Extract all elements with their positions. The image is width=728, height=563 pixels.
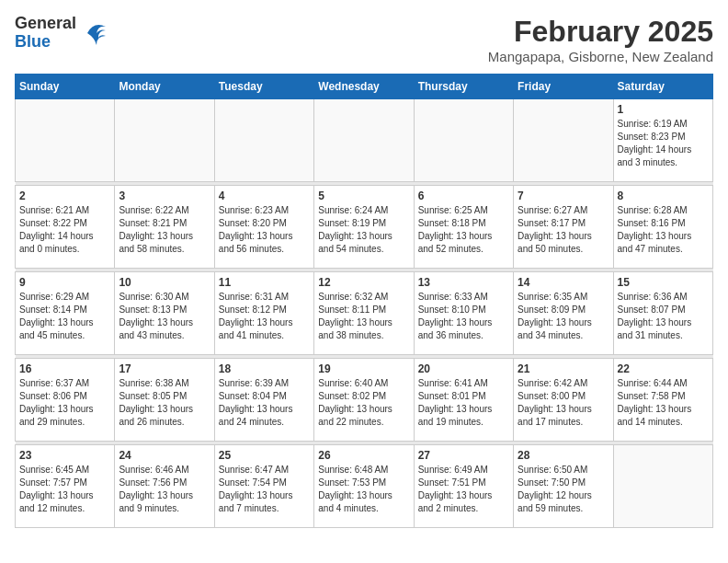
- weekday-header-wednesday: Wednesday: [314, 75, 414, 99]
- day-info: Sunrise: 6:22 AM Sunset: 8:21 PM Dayligh…: [119, 204, 210, 256]
- calendar-cell: 23Sunrise: 6:45 AM Sunset: 7:57 PM Dayli…: [16, 445, 115, 528]
- day-info: Sunrise: 6:27 AM Sunset: 8:17 PM Dayligh…: [518, 204, 609, 256]
- calendar-cell: [514, 99, 613, 182]
- calendar-cell: 13Sunrise: 6:33 AM Sunset: 8:10 PM Dayli…: [414, 272, 513, 355]
- day-info: Sunrise: 6:45 AM Sunset: 7:57 PM Dayligh…: [19, 464, 110, 515]
- day-number: 23: [19, 449, 110, 462]
- logo-text: General Blue: [15, 15, 76, 52]
- weekday-header-sunday: Sunday: [16, 75, 115, 99]
- day-info: Sunrise: 6:29 AM Sunset: 8:14 PM Dayligh…: [19, 291, 110, 342]
- calendar-cell: 14Sunrise: 6:35 AM Sunset: 8:09 PM Dayli…: [514, 272, 613, 355]
- day-number: 9: [19, 276, 110, 289]
- week-row-0: 1Sunrise: 6:19 AM Sunset: 8:23 PM Daylig…: [16, 99, 713, 182]
- day-number: 11: [219, 276, 310, 289]
- day-info: Sunrise: 6:44 AM Sunset: 7:58 PM Dayligh…: [618, 377, 709, 429]
- calendar-cell: 16Sunrise: 6:37 AM Sunset: 8:06 PM Dayli…: [16, 359, 115, 442]
- day-number: 28: [518, 449, 609, 462]
- day-info: Sunrise: 6:23 AM Sunset: 8:20 PM Dayligh…: [219, 204, 310, 256]
- logo-blue: Blue: [15, 33, 76, 52]
- day-info: Sunrise: 6:36 AM Sunset: 8:07 PM Dayligh…: [618, 291, 709, 342]
- day-number: 14: [518, 276, 609, 289]
- day-info: Sunrise: 6:50 AM Sunset: 7:50 PM Dayligh…: [518, 464, 609, 515]
- day-info: Sunrise: 6:39 AM Sunset: 8:04 PM Dayligh…: [219, 377, 310, 429]
- calendar-cell: 19Sunrise: 6:40 AM Sunset: 8:02 PM Dayli…: [314, 359, 414, 442]
- calendar-cell: 20Sunrise: 6:41 AM Sunset: 8:01 PM Dayli…: [414, 359, 513, 442]
- day-number: 21: [518, 362, 609, 375]
- day-info: Sunrise: 6:35 AM Sunset: 8:09 PM Dayligh…: [518, 291, 609, 342]
- day-info: Sunrise: 6:40 AM Sunset: 8:02 PM Dayligh…: [318, 377, 409, 429]
- day-number: 16: [19, 362, 110, 375]
- day-number: 4: [219, 190, 310, 202]
- calendar-cell: [414, 99, 513, 182]
- day-info: Sunrise: 6:42 AM Sunset: 8:00 PM Dayligh…: [518, 377, 609, 429]
- day-info: Sunrise: 6:32 AM Sunset: 8:11 PM Dayligh…: [318, 291, 409, 342]
- week-row-3: 16Sunrise: 6:37 AM Sunset: 8:06 PM Dayli…: [16, 359, 713, 442]
- subtitle: Mangapapa, Gisborne, New Zealand: [488, 49, 713, 64]
- day-number: 2: [19, 190, 110, 202]
- calendar-cell: [214, 99, 313, 182]
- main-title: February 2025: [488, 15, 713, 49]
- day-number: 19: [318, 362, 409, 375]
- day-number: 8: [618, 190, 709, 202]
- logo-general: General: [15, 15, 76, 33]
- logo: General Blue: [15, 15, 108, 52]
- calendar-cell: 1Sunrise: 6:19 AM Sunset: 8:23 PM Daylig…: [613, 99, 712, 182]
- weekday-header-saturday: Saturday: [613, 75, 712, 99]
- calendar: SundayMondayTuesdayWednesdayThursdayFrid…: [15, 74, 713, 528]
- calendar-cell: 27Sunrise: 6:49 AM Sunset: 7:51 PM Dayli…: [414, 445, 513, 528]
- calendar-cell: 21Sunrise: 6:42 AM Sunset: 8:00 PM Dayli…: [514, 359, 613, 442]
- calendar-cell: 26Sunrise: 6:48 AM Sunset: 7:53 PM Dayli…: [314, 445, 414, 528]
- calendar-cell: 4Sunrise: 6:23 AM Sunset: 8:20 PM Daylig…: [214, 186, 313, 269]
- calendar-cell: 10Sunrise: 6:30 AM Sunset: 8:13 PM Dayli…: [115, 272, 214, 355]
- day-info: Sunrise: 6:46 AM Sunset: 7:56 PM Dayligh…: [119, 464, 210, 515]
- day-number: 12: [318, 276, 409, 289]
- day-number: 24: [119, 449, 210, 462]
- day-number: 27: [418, 449, 509, 462]
- header: General Blue February 2025 Mangapapa, Gi…: [15, 15, 713, 64]
- day-number: 20: [418, 362, 509, 375]
- weekday-header-thursday: Thursday: [414, 75, 513, 99]
- logo-icon: [80, 19, 108, 47]
- calendar-cell: 9Sunrise: 6:29 AM Sunset: 8:14 PM Daylig…: [16, 272, 115, 355]
- calendar-cell: 17Sunrise: 6:38 AM Sunset: 8:05 PM Dayli…: [115, 359, 214, 442]
- day-number: 18: [219, 362, 310, 375]
- calendar-cell: [613, 445, 712, 528]
- calendar-cell: 15Sunrise: 6:36 AM Sunset: 8:07 PM Dayli…: [613, 272, 712, 355]
- day-info: Sunrise: 6:21 AM Sunset: 8:22 PM Dayligh…: [19, 204, 110, 256]
- calendar-cell: 2Sunrise: 6:21 AM Sunset: 8:22 PM Daylig…: [16, 186, 115, 269]
- week-row-2: 9Sunrise: 6:29 AM Sunset: 8:14 PM Daylig…: [16, 272, 713, 355]
- day-info: Sunrise: 6:49 AM Sunset: 7:51 PM Dayligh…: [418, 464, 509, 515]
- day-number: 7: [518, 190, 609, 202]
- calendar-cell: 6Sunrise: 6:25 AM Sunset: 8:18 PM Daylig…: [414, 186, 513, 269]
- day-number: 3: [119, 190, 210, 202]
- calendar-cell: 18Sunrise: 6:39 AM Sunset: 8:04 PM Dayli…: [214, 359, 313, 442]
- day-info: Sunrise: 6:19 AM Sunset: 8:23 PM Dayligh…: [618, 118, 709, 169]
- calendar-cell: 8Sunrise: 6:28 AM Sunset: 8:16 PM Daylig…: [613, 186, 712, 269]
- weekday-header-row: SundayMondayTuesdayWednesdayThursdayFrid…: [16, 75, 713, 99]
- day-number: 22: [618, 362, 709, 375]
- day-info: Sunrise: 6:25 AM Sunset: 8:18 PM Dayligh…: [418, 204, 509, 256]
- title-area: February 2025 Mangapapa, Gisborne, New Z…: [488, 15, 713, 64]
- calendar-cell: 3Sunrise: 6:22 AM Sunset: 8:21 PM Daylig…: [115, 186, 214, 269]
- weekday-header-friday: Friday: [514, 75, 613, 99]
- day-info: Sunrise: 6:41 AM Sunset: 8:01 PM Dayligh…: [418, 377, 509, 429]
- weekday-header-monday: Monday: [115, 75, 214, 99]
- calendar-cell: 12Sunrise: 6:32 AM Sunset: 8:11 PM Dayli…: [314, 272, 414, 355]
- week-row-1: 2Sunrise: 6:21 AM Sunset: 8:22 PM Daylig…: [16, 186, 713, 269]
- calendar-cell: 7Sunrise: 6:27 AM Sunset: 8:17 PM Daylig…: [514, 186, 613, 269]
- day-number: 25: [219, 449, 310, 462]
- day-info: Sunrise: 6:33 AM Sunset: 8:10 PM Dayligh…: [418, 291, 509, 342]
- calendar-cell: 24Sunrise: 6:46 AM Sunset: 7:56 PM Dayli…: [115, 445, 214, 528]
- calendar-cell: [115, 99, 214, 182]
- week-row-4: 23Sunrise: 6:45 AM Sunset: 7:57 PM Dayli…: [16, 445, 713, 528]
- day-number: 15: [618, 276, 709, 289]
- day-info: Sunrise: 6:48 AM Sunset: 7:53 PM Dayligh…: [318, 464, 409, 515]
- day-number: 13: [418, 276, 509, 289]
- day-info: Sunrise: 6:24 AM Sunset: 8:19 PM Dayligh…: [318, 204, 409, 256]
- day-info: Sunrise: 6:37 AM Sunset: 8:06 PM Dayligh…: [19, 377, 110, 429]
- day-info: Sunrise: 6:47 AM Sunset: 7:54 PM Dayligh…: [219, 464, 310, 515]
- calendar-cell: 22Sunrise: 6:44 AM Sunset: 7:58 PM Dayli…: [613, 359, 712, 442]
- day-info: Sunrise: 6:30 AM Sunset: 8:13 PM Dayligh…: [119, 291, 210, 342]
- weekday-header-tuesday: Tuesday: [214, 75, 313, 99]
- calendar-cell: 11Sunrise: 6:31 AM Sunset: 8:12 PM Dayli…: [214, 272, 313, 355]
